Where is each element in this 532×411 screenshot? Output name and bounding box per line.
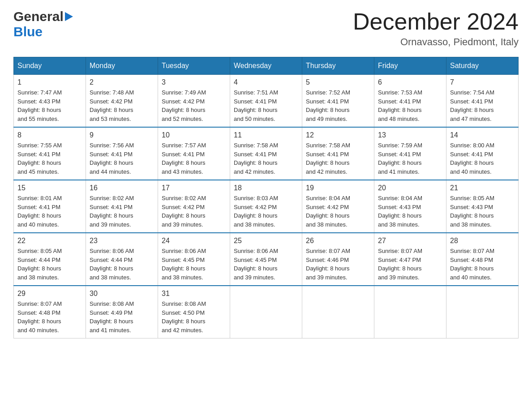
location-title: Ornavasso, Piedmont, Italy bbox=[353, 36, 519, 48]
calendar-cell: 10Sunrise: 7:57 AM Sunset: 4:41 PM Dayli… bbox=[158, 127, 230, 180]
day-info: Sunrise: 8:06 AM Sunset: 4:45 PM Dayligh… bbox=[162, 247, 226, 282]
calendar-cell: 12Sunrise: 7:58 AM Sunset: 4:41 PM Dayli… bbox=[302, 127, 374, 180]
calendar-week-5: 29Sunrise: 8:07 AM Sunset: 4:48 PM Dayli… bbox=[14, 286, 519, 338]
logo-general-text: General bbox=[13, 9, 64, 24]
title-block: December 2024 Ornavasso, Piedmont, Italy bbox=[353, 9, 519, 48]
calendar-cell bbox=[374, 286, 446, 338]
weekday-header-saturday: Saturday bbox=[446, 57, 519, 75]
day-info: Sunrise: 7:58 AM Sunset: 4:41 PM Dayligh… bbox=[306, 141, 370, 176]
calendar-cell: 30Sunrise: 8:08 AM Sunset: 4:49 PM Dayli… bbox=[86, 286, 158, 338]
day-number: 1 bbox=[17, 78, 82, 86]
day-number: 8 bbox=[17, 131, 82, 139]
logo: General Blue bbox=[13, 9, 73, 39]
calendar-cell: 17Sunrise: 8:02 AM Sunset: 4:42 PM Dayli… bbox=[158, 180, 230, 233]
calendar-cell: 22Sunrise: 8:05 AM Sunset: 4:44 PM Dayli… bbox=[14, 233, 86, 286]
day-number: 10 bbox=[162, 131, 226, 139]
calendar-cell: 5Sunrise: 7:52 AM Sunset: 4:41 PM Daylig… bbox=[302, 75, 374, 128]
day-number: 2 bbox=[90, 78, 154, 86]
day-info: Sunrise: 8:00 AM Sunset: 4:41 PM Dayligh… bbox=[450, 141, 515, 176]
calendar-cell: 19Sunrise: 8:04 AM Sunset: 4:42 PM Dayli… bbox=[302, 180, 374, 233]
calendar-cell: 16Sunrise: 8:02 AM Sunset: 4:41 PM Dayli… bbox=[86, 180, 158, 233]
svg-marker-0 bbox=[65, 12, 73, 21]
day-info: Sunrise: 7:56 AM Sunset: 4:41 PM Dayligh… bbox=[90, 141, 154, 176]
day-number: 19 bbox=[306, 184, 370, 192]
calendar-cell: 6Sunrise: 7:53 AM Sunset: 4:41 PM Daylig… bbox=[374, 75, 446, 128]
day-info: Sunrise: 8:04 AM Sunset: 4:42 PM Dayligh… bbox=[306, 194, 370, 229]
calendar-cell: 15Sunrise: 8:01 AM Sunset: 4:41 PM Dayli… bbox=[14, 180, 86, 233]
day-number: 13 bbox=[378, 131, 442, 139]
day-info: Sunrise: 8:05 AM Sunset: 4:43 PM Dayligh… bbox=[450, 194, 515, 229]
calendar-week-2: 8Sunrise: 7:55 AM Sunset: 4:41 PM Daylig… bbox=[14, 127, 519, 180]
day-number: 25 bbox=[234, 237, 298, 245]
calendar-table: SundayMondayTuesdayWednesdayThursdayFrid… bbox=[13, 57, 519, 338]
day-number: 26 bbox=[306, 237, 370, 245]
weekday-header-thursday: Thursday bbox=[302, 57, 374, 75]
day-number: 31 bbox=[162, 290, 226, 298]
day-number: 24 bbox=[162, 237, 226, 245]
day-info: Sunrise: 8:07 AM Sunset: 4:48 PM Dayligh… bbox=[450, 247, 515, 282]
calendar-cell: 31Sunrise: 8:08 AM Sunset: 4:50 PM Dayli… bbox=[158, 286, 230, 338]
day-number: 4 bbox=[234, 78, 298, 86]
day-info: Sunrise: 7:55 AM Sunset: 4:41 PM Dayligh… bbox=[17, 141, 82, 176]
day-info: Sunrise: 7:49 AM Sunset: 4:42 PM Dayligh… bbox=[162, 88, 226, 123]
calendar-cell bbox=[302, 286, 374, 338]
day-info: Sunrise: 7:58 AM Sunset: 4:41 PM Dayligh… bbox=[234, 141, 298, 176]
day-number: 21 bbox=[450, 184, 515, 192]
day-info: Sunrise: 8:06 AM Sunset: 4:44 PM Dayligh… bbox=[90, 247, 154, 282]
day-number: 18 bbox=[234, 184, 298, 192]
day-info: Sunrise: 7:57 AM Sunset: 4:41 PM Dayligh… bbox=[162, 141, 226, 176]
day-number: 9 bbox=[90, 131, 154, 139]
weekday-header-tuesday: Tuesday bbox=[158, 57, 230, 75]
day-info: Sunrise: 8:07 AM Sunset: 4:47 PM Dayligh… bbox=[378, 247, 442, 282]
day-number: 23 bbox=[90, 237, 154, 245]
day-info: Sunrise: 8:04 AM Sunset: 4:43 PM Dayligh… bbox=[378, 194, 442, 229]
day-info: Sunrise: 8:03 AM Sunset: 4:42 PM Dayligh… bbox=[234, 194, 298, 229]
day-info: Sunrise: 8:02 AM Sunset: 4:41 PM Dayligh… bbox=[90, 194, 154, 229]
page-header: General Blue December 2024 Ornavasso, Pi… bbox=[13, 9, 519, 48]
calendar-cell: 20Sunrise: 8:04 AM Sunset: 4:43 PM Dayli… bbox=[374, 180, 446, 233]
calendar-cell: 8Sunrise: 7:55 AM Sunset: 4:41 PM Daylig… bbox=[14, 127, 86, 180]
day-info: Sunrise: 7:47 AM Sunset: 4:43 PM Dayligh… bbox=[17, 88, 82, 123]
day-number: 14 bbox=[450, 131, 515, 139]
calendar-cell: 23Sunrise: 8:06 AM Sunset: 4:44 PM Dayli… bbox=[86, 233, 158, 286]
calendar-cell: 7Sunrise: 7:54 AM Sunset: 4:41 PM Daylig… bbox=[446, 75, 519, 128]
day-info: Sunrise: 8:07 AM Sunset: 4:48 PM Dayligh… bbox=[17, 300, 82, 334]
day-info: Sunrise: 7:54 AM Sunset: 4:41 PM Dayligh… bbox=[450, 88, 515, 123]
day-number: 3 bbox=[162, 78, 226, 86]
day-info: Sunrise: 8:08 AM Sunset: 4:49 PM Dayligh… bbox=[90, 300, 154, 334]
calendar-cell: 24Sunrise: 8:06 AM Sunset: 4:45 PM Dayli… bbox=[158, 233, 230, 286]
calendar-cell bbox=[230, 286, 302, 338]
day-info: Sunrise: 8:08 AM Sunset: 4:50 PM Dayligh… bbox=[162, 300, 226, 334]
day-info: Sunrise: 7:48 AM Sunset: 4:42 PM Dayligh… bbox=[90, 88, 154, 123]
calendar-week-4: 22Sunrise: 8:05 AM Sunset: 4:44 PM Dayli… bbox=[14, 233, 519, 286]
day-number: 11 bbox=[234, 131, 298, 139]
day-number: 20 bbox=[378, 184, 442, 192]
calendar-cell: 4Sunrise: 7:51 AM Sunset: 4:41 PM Daylig… bbox=[230, 75, 302, 128]
day-number: 16 bbox=[90, 184, 154, 192]
calendar-cell: 26Sunrise: 8:07 AM Sunset: 4:46 PM Dayli… bbox=[302, 233, 374, 286]
weekday-header-wednesday: Wednesday bbox=[230, 57, 302, 75]
day-number: 6 bbox=[378, 78, 442, 86]
weekday-header-friday: Friday bbox=[374, 57, 446, 75]
day-number: 5 bbox=[306, 78, 370, 86]
day-info: Sunrise: 7:59 AM Sunset: 4:41 PM Dayligh… bbox=[378, 141, 442, 176]
day-info: Sunrise: 8:05 AM Sunset: 4:44 PM Dayligh… bbox=[17, 247, 82, 282]
calendar-cell: 13Sunrise: 7:59 AM Sunset: 4:41 PM Dayli… bbox=[374, 127, 446, 180]
day-info: Sunrise: 8:02 AM Sunset: 4:42 PM Dayligh… bbox=[162, 194, 226, 229]
calendar-cell: 25Sunrise: 8:06 AM Sunset: 4:45 PM Dayli… bbox=[230, 233, 302, 286]
month-title: December 2024 bbox=[353, 9, 519, 34]
day-number: 7 bbox=[450, 78, 515, 86]
weekday-header-monday: Monday bbox=[86, 57, 158, 75]
day-info: Sunrise: 8:07 AM Sunset: 4:46 PM Dayligh… bbox=[306, 247, 370, 282]
calendar-cell: 29Sunrise: 8:07 AM Sunset: 4:48 PM Dayli… bbox=[14, 286, 86, 338]
calendar-week-1: 1Sunrise: 7:47 AM Sunset: 4:43 PM Daylig… bbox=[14, 75, 519, 128]
day-info: Sunrise: 7:52 AM Sunset: 4:41 PM Dayligh… bbox=[306, 88, 370, 123]
day-number: 27 bbox=[378, 237, 442, 245]
day-number: 22 bbox=[17, 237, 82, 245]
day-info: Sunrise: 7:51 AM Sunset: 4:41 PM Dayligh… bbox=[234, 88, 298, 123]
day-info: Sunrise: 8:06 AM Sunset: 4:45 PM Dayligh… bbox=[234, 247, 298, 282]
calendar-cell: 1Sunrise: 7:47 AM Sunset: 4:43 PM Daylig… bbox=[14, 75, 86, 128]
calendar-cell: 9Sunrise: 7:56 AM Sunset: 4:41 PM Daylig… bbox=[86, 127, 158, 180]
logo-triangle-icon bbox=[65, 12, 73, 23]
day-number: 12 bbox=[306, 131, 370, 139]
